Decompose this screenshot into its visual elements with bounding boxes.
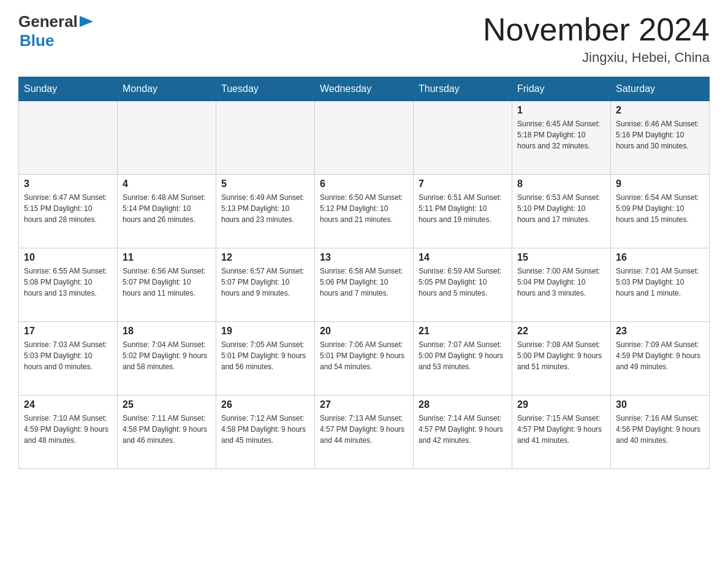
day-info: Sunrise: 7:06 AM Sunset: 5:01 PM Dayligh… [320,339,408,372]
calendar-cell: 24Sunrise: 7:10 AM Sunset: 4:59 PM Dayli… [19,396,118,469]
day-number: 17 [24,326,112,337]
weekday-header-wednesday: Wednesday [315,77,414,101]
day-info: Sunrise: 7:09 AM Sunset: 4:59 PM Dayligh… [616,339,704,372]
calendar-cell: 30Sunrise: 7:16 AM Sunset: 4:56 PM Dayli… [611,396,710,469]
calendar-cell: 1Sunrise: 6:45 AM Sunset: 5:18 PM Daylig… [512,101,611,175]
title-area: November 2024 Jingxiu, Hebei, China [483,12,710,66]
day-number: 26 [221,399,309,410]
logo: General [18,12,93,31]
day-info: Sunrise: 6:53 AM Sunset: 5:10 PM Dayligh… [517,192,605,225]
day-number: 12 [221,252,309,263]
weekday-header-row: SundayMondayTuesdayWednesdayThursdayFrid… [19,77,710,101]
day-number: 2 [616,105,704,116]
day-number: 28 [419,399,507,410]
day-number: 20 [320,326,408,337]
day-info: Sunrise: 6:45 AM Sunset: 5:18 PM Dayligh… [517,118,605,151]
day-info: Sunrise: 7:11 AM Sunset: 4:58 PM Dayligh… [123,413,211,446]
week-row-2: 3Sunrise: 6:47 AM Sunset: 5:15 PM Daylig… [19,175,710,248]
day-info: Sunrise: 7:10 AM Sunset: 4:59 PM Dayligh… [24,413,112,446]
calendar-cell: 2Sunrise: 6:46 AM Sunset: 5:16 PM Daylig… [611,101,710,175]
logo-general: General [18,12,78,31]
calendar-cell: 11Sunrise: 6:56 AM Sunset: 5:07 PM Dayli… [118,248,216,322]
calendar-cell: 3Sunrise: 6:47 AM Sunset: 5:15 PM Daylig… [19,175,118,248]
day-number: 13 [320,252,408,263]
calendar-cell: 13Sunrise: 6:58 AM Sunset: 5:06 PM Dayli… [315,248,414,322]
day-number: 21 [419,326,507,337]
day-number: 16 [616,252,704,263]
day-number: 14 [419,252,507,263]
day-info: Sunrise: 6:54 AM Sunset: 5:09 PM Dayligh… [616,192,704,225]
day-number: 29 [517,399,605,410]
day-info: Sunrise: 6:51 AM Sunset: 5:11 PM Dayligh… [419,192,507,225]
weekday-header-thursday: Thursday [414,77,512,101]
day-number: 22 [517,326,605,337]
day-info: Sunrise: 7:04 AM Sunset: 5:02 PM Dayligh… [123,339,211,372]
header: General Blue November 2024 Jingxiu, Hebe… [18,12,710,66]
calendar-cell: 23Sunrise: 7:09 AM Sunset: 4:59 PM Dayli… [611,322,710,396]
week-row-1: 1Sunrise: 6:45 AM Sunset: 5:18 PM Daylig… [19,101,710,175]
day-number: 1 [517,105,605,116]
day-info: Sunrise: 6:49 AM Sunset: 5:13 PM Dayligh… [221,192,309,225]
calendar-cell: 21Sunrise: 7:07 AM Sunset: 5:00 PM Dayli… [414,322,512,396]
weekday-header-friday: Friday [512,77,611,101]
calendar-cell [19,101,118,175]
calendar-cell: 6Sunrise: 6:50 AM Sunset: 5:12 PM Daylig… [315,175,414,248]
day-number: 19 [221,326,309,337]
day-info: Sunrise: 7:03 AM Sunset: 5:03 PM Dayligh… [24,339,112,372]
day-info: Sunrise: 7:00 AM Sunset: 5:04 PM Dayligh… [517,266,605,299]
day-info: Sunrise: 6:46 AM Sunset: 5:16 PM Dayligh… [616,118,704,151]
calendar-cell: 29Sunrise: 7:15 AM Sunset: 4:57 PM Dayli… [512,396,611,469]
week-row-3: 10Sunrise: 6:55 AM Sunset: 5:08 PM Dayli… [19,248,710,322]
day-info: Sunrise: 7:13 AM Sunset: 4:57 PM Dayligh… [320,413,408,446]
day-info: Sunrise: 7:05 AM Sunset: 5:01 PM Dayligh… [221,339,309,372]
day-info: Sunrise: 6:48 AM Sunset: 5:14 PM Dayligh… [123,192,211,225]
logo-area: General Blue [18,12,93,50]
day-number: 18 [123,326,211,337]
day-number: 9 [616,178,704,190]
day-info: Sunrise: 6:47 AM Sunset: 5:15 PM Dayligh… [24,192,112,225]
day-number: 8 [517,178,605,190]
calendar-cell: 7Sunrise: 6:51 AM Sunset: 5:11 PM Daylig… [414,175,512,248]
day-number: 27 [320,399,408,410]
day-info: Sunrise: 7:08 AM Sunset: 5:00 PM Dayligh… [517,339,605,372]
weekday-header-monday: Monday [118,77,216,101]
calendar-cell: 28Sunrise: 7:14 AM Sunset: 4:57 PM Dayli… [414,396,512,469]
day-info: Sunrise: 7:16 AM Sunset: 4:56 PM Dayligh… [616,413,704,446]
calendar-cell: 19Sunrise: 7:05 AM Sunset: 5:01 PM Dayli… [216,322,315,396]
day-info: Sunrise: 6:50 AM Sunset: 5:12 PM Dayligh… [320,192,408,225]
week-row-5: 24Sunrise: 7:10 AM Sunset: 4:59 PM Dayli… [19,396,710,469]
week-row-4: 17Sunrise: 7:03 AM Sunset: 5:03 PM Dayli… [19,322,710,396]
logo-blue-word: Blue [20,31,54,50]
day-number: 3 [24,178,112,190]
weekday-header-sunday: Sunday [19,77,118,101]
day-number: 10 [24,252,112,263]
day-info: Sunrise: 6:56 AM Sunset: 5:07 PM Dayligh… [123,266,211,299]
day-info: Sunrise: 7:01 AM Sunset: 5:03 PM Dayligh… [616,266,704,299]
calendar-cell: 14Sunrise: 6:59 AM Sunset: 5:05 PM Dayli… [414,248,512,322]
day-info: Sunrise: 7:15 AM Sunset: 4:57 PM Dayligh… [517,413,605,446]
weekday-header-tuesday: Tuesday [216,77,315,101]
calendar-cell: 4Sunrise: 6:48 AM Sunset: 5:14 PM Daylig… [118,175,216,248]
calendar-cell [216,101,315,175]
calendar-subtitle: Jingxiu, Hebei, China [483,50,710,66]
calendar-cell: 18Sunrise: 7:04 AM Sunset: 5:02 PM Dayli… [118,322,216,396]
day-info: Sunrise: 6:59 AM Sunset: 5:05 PM Dayligh… [419,266,507,299]
day-info: Sunrise: 7:07 AM Sunset: 5:00 PM Dayligh… [419,339,507,372]
day-number: 7 [419,178,507,190]
day-number: 5 [221,178,309,190]
calendar-cell: 20Sunrise: 7:06 AM Sunset: 5:01 PM Dayli… [315,322,414,396]
logo-icon [80,16,93,27]
day-number: 4 [123,178,211,190]
calendar-cell: 12Sunrise: 6:57 AM Sunset: 5:07 PM Dayli… [216,248,315,322]
day-number: 6 [320,178,408,190]
calendar-cell: 26Sunrise: 7:12 AM Sunset: 4:58 PM Dayli… [216,396,315,469]
day-info: Sunrise: 6:55 AM Sunset: 5:08 PM Dayligh… [24,266,112,299]
calendar-table: SundayMondayTuesdayWednesdayThursdayFrid… [18,77,710,469]
day-info: Sunrise: 6:58 AM Sunset: 5:06 PM Dayligh… [320,266,408,299]
calendar-cell: 22Sunrise: 7:08 AM Sunset: 5:00 PM Dayli… [512,322,611,396]
calendar-cell: 16Sunrise: 7:01 AM Sunset: 5:03 PM Dayli… [611,248,710,322]
calendar-cell: 25Sunrise: 7:11 AM Sunset: 4:58 PM Dayli… [118,396,216,469]
weekday-header-saturday: Saturday [611,77,710,101]
day-number: 11 [123,252,211,263]
calendar-cell: 17Sunrise: 7:03 AM Sunset: 5:03 PM Dayli… [19,322,118,396]
